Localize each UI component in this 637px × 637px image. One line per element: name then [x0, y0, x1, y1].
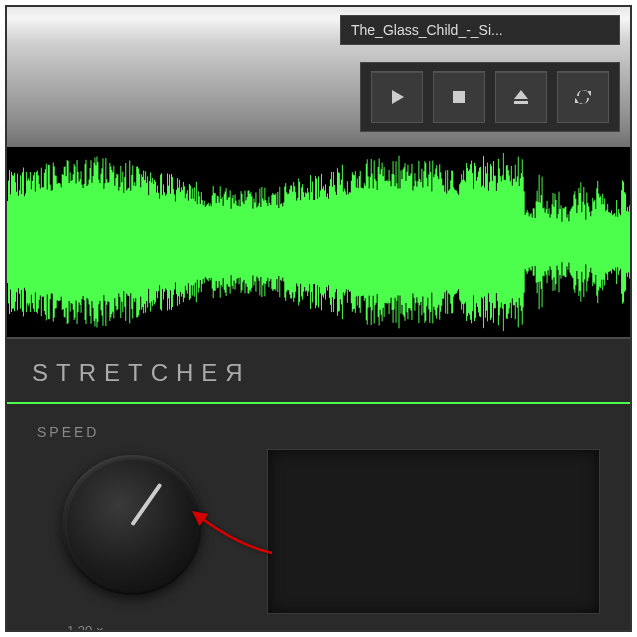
eject-icon [511, 87, 531, 107]
play-icon [387, 87, 407, 107]
stretcher-panel: STRETCHEЯ SPEED 1.20 × [7, 337, 630, 632]
svg-rect-1 [514, 101, 528, 104]
app-window: The_Glass_Child_-_Si... STRETCHEЯ SPEED [5, 5, 632, 632]
controls-row: SPEED 1.20 × [7, 404, 630, 632]
stop-button[interactable] [433, 71, 485, 123]
eject-button[interactable] [495, 71, 547, 123]
speed-knob[interactable] [62, 455, 202, 595]
svg-rect-0 [453, 91, 465, 103]
speed-section: SPEED 1.20 × [37, 424, 237, 632]
speed-knob-container [62, 455, 212, 605]
transport-controls [360, 62, 620, 132]
panel-title: STRETCHEЯ [7, 339, 630, 402]
loop-icon [573, 87, 593, 107]
knob-indicator [130, 483, 162, 526]
stop-icon [449, 87, 469, 107]
speed-value-display: 1.20 × [67, 623, 237, 632]
loop-button[interactable] [557, 71, 609, 123]
header-area: The_Glass_Child_-_Si... [7, 7, 630, 147]
waveform-display[interactable] [7, 147, 630, 337]
output-display [267, 449, 600, 614]
filename-display: The_Glass_Child_-_Si... [340, 15, 620, 45]
play-button[interactable] [371, 71, 423, 123]
speed-label: SPEED [37, 424, 237, 440]
waveform-canvas [7, 147, 630, 337]
